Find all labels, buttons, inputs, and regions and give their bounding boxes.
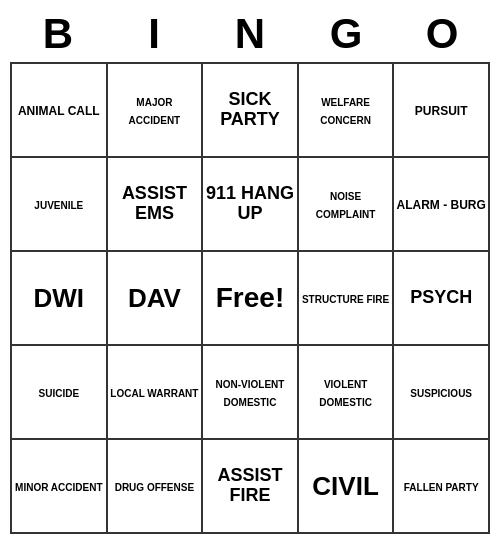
cell-label: MAJOR ACCIDENT xyxy=(129,97,181,126)
cell-label: ANIMAL CALL xyxy=(18,104,100,118)
table-row: SUICIDELOCAL WARRANTNON-VIOLENT DOMESTIC… xyxy=(11,345,489,439)
table-row: ANIMAL CALLMAJOR ACCIDENTSICK PARTYWELFA… xyxy=(11,63,489,157)
bingo-cell: ASSIST EMS xyxy=(107,157,203,251)
bingo-cell: ALARM - BURG xyxy=(393,157,489,251)
bingo-cell: PURSUIT xyxy=(393,63,489,157)
cell-label: LOCAL WARRANT xyxy=(110,388,198,399)
bingo-cell: SUSPICIOUS xyxy=(393,345,489,439)
cell-label: 911 HANG UP xyxy=(206,183,294,223)
bingo-cell: LOCAL WARRANT xyxy=(107,345,203,439)
bingo-cell: NON-VIOLENT DOMESTIC xyxy=(202,345,298,439)
cell-label: ASSIST FIRE xyxy=(217,465,282,505)
bingo-cell: MINOR ACCIDENT xyxy=(11,439,107,533)
bingo-cell: JUVENILE xyxy=(11,157,107,251)
cell-label: PURSUIT xyxy=(415,104,468,118)
bingo-grid: ANIMAL CALLMAJOR ACCIDENTSICK PARTYWELFA… xyxy=(10,62,490,534)
cell-label: ALARM - BURG xyxy=(397,198,486,212)
cell-label: STRUCTURE FIRE xyxy=(302,294,389,305)
bingo-cell: DWI xyxy=(11,251,107,345)
bingo-cell: SUICIDE xyxy=(11,345,107,439)
bingo-cell: ANIMAL CALL xyxy=(11,63,107,157)
cell-label: VIOLENT DOMESTIC xyxy=(319,379,372,408)
cell-label: MINOR ACCIDENT xyxy=(15,482,102,493)
cell-label: Free! xyxy=(216,282,284,313)
cell-label: NOISE COMPLAINT xyxy=(316,191,375,220)
bingo-cell: WELFARE CONCERN xyxy=(298,63,394,157)
bingo-cell: NOISE COMPLAINT xyxy=(298,157,394,251)
cell-label: DRUG OFFENSE xyxy=(115,482,194,493)
bingo-cell: Free! xyxy=(202,251,298,345)
bingo-letter: O xyxy=(394,10,490,58)
bingo-header: BINGO xyxy=(10,10,490,58)
cell-label: ASSIST EMS xyxy=(122,183,187,223)
cell-label: SUICIDE xyxy=(39,388,80,399)
cell-label: JUVENILE xyxy=(34,200,83,211)
cell-label: FALLEN PARTY xyxy=(404,482,479,493)
bingo-letter: N xyxy=(202,10,298,58)
bingo-letter: G xyxy=(298,10,394,58)
cell-label: PSYCH xyxy=(410,287,472,307)
bingo-cell: 911 HANG UP xyxy=(202,157,298,251)
table-row: MINOR ACCIDENTDRUG OFFENSEASSIST FIRECIV… xyxy=(11,439,489,533)
bingo-cell: PSYCH xyxy=(393,251,489,345)
bingo-cell: DAV xyxy=(107,251,203,345)
bingo-cell: SICK PARTY xyxy=(202,63,298,157)
table-row: JUVENILEASSIST EMS911 HANG UPNOISE COMPL… xyxy=(11,157,489,251)
cell-label: NON-VIOLENT DOMESTIC xyxy=(216,379,285,408)
table-row: DWIDAVFree!STRUCTURE FIREPSYCH xyxy=(11,251,489,345)
bingo-letter: I xyxy=(106,10,202,58)
cell-label: SUSPICIOUS xyxy=(410,388,472,399)
bingo-cell: VIOLENT DOMESTIC xyxy=(298,345,394,439)
bingo-letter: B xyxy=(10,10,106,58)
cell-label: CIVIL xyxy=(312,471,378,501)
bingo-cell: FALLEN PARTY xyxy=(393,439,489,533)
bingo-cell: CIVIL xyxy=(298,439,394,533)
bingo-cell: STRUCTURE FIRE xyxy=(298,251,394,345)
bingo-cell: MAJOR ACCIDENT xyxy=(107,63,203,157)
cell-label: WELFARE CONCERN xyxy=(320,97,371,126)
bingo-cell: ASSIST FIRE xyxy=(202,439,298,533)
cell-label: DWI xyxy=(34,283,85,313)
bingo-cell: DRUG OFFENSE xyxy=(107,439,203,533)
cell-label: SICK PARTY xyxy=(220,89,280,129)
cell-label: DAV xyxy=(128,283,181,313)
